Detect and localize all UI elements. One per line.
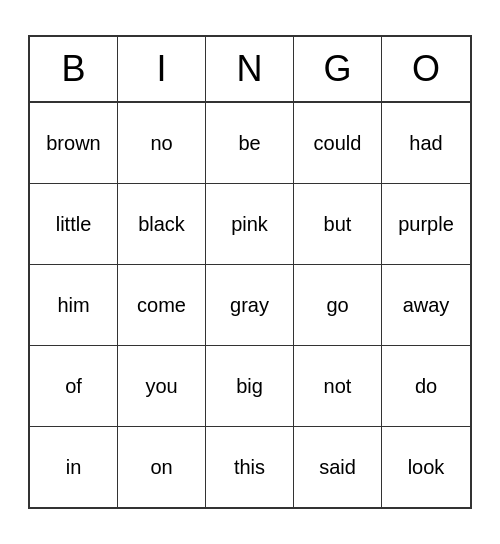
bingo-row-1: littleblackpinkbutpurple	[30, 184, 470, 265]
header-cell-b: B	[30, 37, 118, 101]
header-cell-o: O	[382, 37, 470, 101]
bingo-row-0: brownnobecouldhad	[30, 103, 470, 184]
bingo-cell-4-1: on	[118, 427, 206, 507]
bingo-cell-0-0: brown	[30, 103, 118, 183]
bingo-cell-4-2: this	[206, 427, 294, 507]
bingo-row-2: himcomegraygoaway	[30, 265, 470, 346]
header-cell-g: G	[294, 37, 382, 101]
bingo-cell-2-4: away	[382, 265, 470, 345]
bingo-header: BINGO	[30, 37, 470, 103]
bingo-cell-3-2: big	[206, 346, 294, 426]
bingo-cell-1-4: purple	[382, 184, 470, 264]
bingo-cell-3-3: not	[294, 346, 382, 426]
bingo-grid: brownnobecouldhadlittleblackpinkbutpurpl…	[30, 103, 470, 507]
header-cell-n: N	[206, 37, 294, 101]
bingo-cell-1-2: pink	[206, 184, 294, 264]
bingo-cell-2-2: gray	[206, 265, 294, 345]
bingo-cell-3-1: you	[118, 346, 206, 426]
bingo-cell-3-4: do	[382, 346, 470, 426]
bingo-cell-1-1: black	[118, 184, 206, 264]
bingo-cell-1-0: little	[30, 184, 118, 264]
bingo-cell-2-3: go	[294, 265, 382, 345]
bingo-cell-0-4: had	[382, 103, 470, 183]
bingo-cell-2-0: him	[30, 265, 118, 345]
bingo-cell-4-4: look	[382, 427, 470, 507]
bingo-row-4: inonthissaidlook	[30, 427, 470, 507]
bingo-cell-2-1: come	[118, 265, 206, 345]
bingo-cell-4-3: said	[294, 427, 382, 507]
bingo-cell-3-0: of	[30, 346, 118, 426]
bingo-cell-1-3: but	[294, 184, 382, 264]
bingo-cell-0-1: no	[118, 103, 206, 183]
bingo-card: BINGO brownnobecouldhadlittleblackpinkbu…	[28, 35, 472, 509]
bingo-cell-4-0: in	[30, 427, 118, 507]
bingo-cell-0-3: could	[294, 103, 382, 183]
bingo-row-3: ofyoubignotdo	[30, 346, 470, 427]
bingo-cell-0-2: be	[206, 103, 294, 183]
header-cell-i: I	[118, 37, 206, 101]
